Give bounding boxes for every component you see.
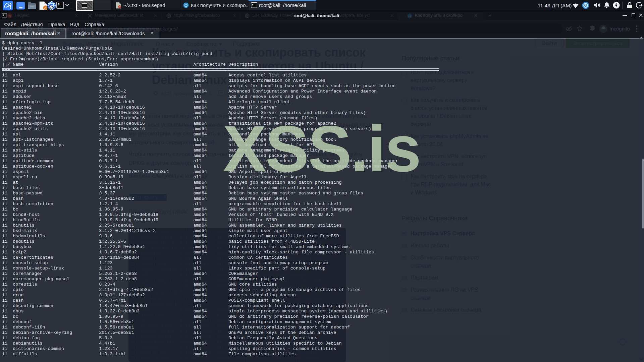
svg-text:$: $: [252, 3, 254, 6]
svg-text:$: $: [58, 3, 60, 6]
